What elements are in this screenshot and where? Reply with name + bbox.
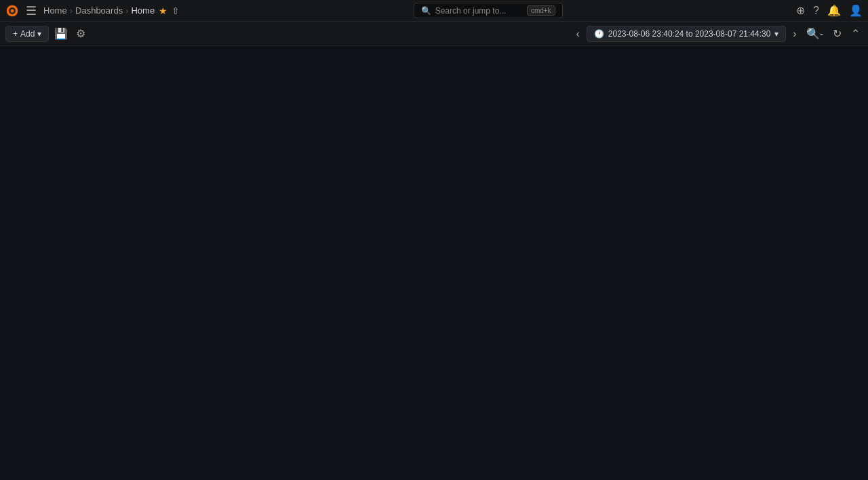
breadcrumb: Home › Dashboards › Home: [43, 5, 155, 16]
grafana-logo-icon: [5, 4, 19, 18]
menu-button[interactable]: ☰: [23, 1, 39, 21]
breadcrumb-dashboards[interactable]: Dashboards: [75, 5, 123, 16]
collapse-button[interactable]: ⌃: [848, 24, 863, 43]
refresh-button[interactable]: ↻: [830, 24, 844, 43]
next-time-button[interactable]: ›: [790, 25, 799, 43]
topbar-right: ⊕ ? 🔔 👤: [796, 4, 863, 17]
zoom-out-button[interactable]: 🔍-: [804, 24, 826, 43]
search-placeholder: Search or jump to...: [435, 6, 507, 16]
svg-point-2: [11, 9, 14, 12]
prev-time-button[interactable]: ‹: [573, 25, 582, 43]
help-icon[interactable]: ?: [813, 5, 819, 17]
breadcrumb-current: Home: [131, 5, 155, 16]
time-range-label: 2023-08-06 23:40:24 to 2023-08-07 21:44:…: [608, 29, 771, 39]
favorite-icon[interactable]: ★: [159, 5, 167, 16]
add-icon: +: [13, 29, 18, 39]
toolbar-left: + Add ▾ 💾 ⚙: [5, 24, 88, 43]
topbar: ☰ Home › Dashboards › Home ★ ⇧ 🔍 Search …: [0, 0, 868, 22]
plus-icon[interactable]: ⊕: [796, 4, 805, 17]
search-bar[interactable]: 🔍 Search or jump to... cmd+k: [414, 3, 563, 18]
search-icon: 🔍: [421, 6, 431, 16]
topbar-left: ☰ Home › Dashboards › Home ★ ⇧: [5, 1, 180, 21]
settings-button[interactable]: ⚙: [73, 24, 88, 43]
chevron-down-icon: ▾: [774, 29, 778, 39]
toolbar-right: ‹ 🕐 2023-08-06 23:40:24 to 2023-08-07 21…: [573, 24, 863, 43]
breadcrumb-home[interactable]: Home: [43, 5, 67, 16]
user-icon[interactable]: 👤: [849, 4, 863, 17]
save-button[interactable]: 💾: [52, 24, 71, 43]
bell-icon[interactable]: 🔔: [827, 4, 841, 17]
share-icon[interactable]: ⇧: [172, 5, 180, 16]
keyboard-shortcut: cmd+k: [527, 5, 555, 16]
clock-icon: 🕐: [594, 29, 604, 39]
toolbar: + Add ▾ 💾 ⚙ ‹ 🕐 2023-08-06 23:40:24 to 2…: [0, 22, 868, 46]
add-button[interactable]: + Add ▾: [5, 26, 49, 42]
time-range-picker[interactable]: 🕐 2023-08-06 23:40:24 to 2023-08-07 21:4…: [587, 26, 787, 42]
chevron-down-icon: ▾: [37, 29, 41, 39]
dashboard-grid: [0, 46, 868, 480]
